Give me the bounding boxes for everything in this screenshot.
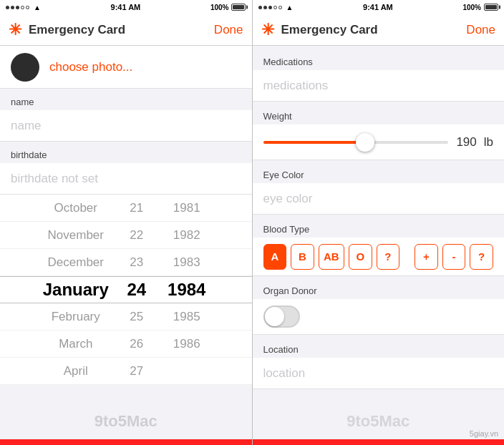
right-status-bar: ▲ 9:41 AM 100%	[253, 0, 505, 14]
blood-btn-b[interactable]: B	[291, 244, 314, 270]
picker-day-1: 22	[115, 228, 158, 243]
medications-label: Medications	[263, 57, 313, 67]
picker-day-0: 21	[115, 201, 158, 215]
picker-day-6: 27	[115, 364, 158, 378]
location-input-row[interactable]: location	[253, 358, 505, 389]
eye-color-label: Eye Color	[263, 170, 304, 180]
blood-btn-unknown[interactable]: ?	[377, 244, 400, 270]
organ-donor-label: Organ Donor	[263, 285, 317, 296]
left-bottom-bar	[0, 439, 252, 445]
left-asterisk-icon: ✳	[9, 22, 21, 38]
organ-toggle-row[interactable]	[253, 299, 505, 335]
right-signal-dots	[258, 6, 282, 9]
weight-label-row: Weight	[253, 102, 505, 124]
date-picker[interactable]: October 21 1981 November 22 1982 Decembe…	[0, 195, 252, 385]
signal-dot-5	[26, 6, 29, 9]
blood-btn-o[interactable]: O	[349, 244, 372, 270]
right-signal-dot-2	[263, 6, 267, 9]
name-input-row[interactable]: name	[0, 110, 252, 142]
right-status-left: ▲	[258, 4, 294, 11]
blood-label-row: Blood Type	[253, 215, 505, 238]
left-done-button[interactable]: Done	[214, 23, 243, 37]
signal-dot-1	[6, 6, 9, 9]
eye-color-placeholder: eye color	[263, 192, 313, 206]
picker-day-3: 24	[115, 280, 158, 300]
left-nav-bar: ✳ Emergency Card Done	[0, 14, 252, 46]
picker-row-6[interactable]: April 27	[0, 358, 252, 385]
battery-pct: 100%	[210, 4, 229, 11]
right-battery-pct: 100%	[462, 4, 481, 11]
battery-icon	[231, 4, 246, 11]
right-battery-fill	[485, 5, 497, 9]
right-bottom-bar	[253, 439, 505, 445]
birthdate-input-row[interactable]: birthdate not set	[0, 163, 252, 195]
medications-label-row: Medications	[253, 46, 505, 70]
organ-label-row: Organ Donor	[253, 276, 505, 299]
name-placeholder: name	[11, 119, 42, 133]
picker-year-5: 1986	[158, 337, 215, 351]
toggle-knob	[265, 307, 284, 326]
right-signal-dot-4	[273, 6, 277, 9]
picker-month-2: December	[37, 255, 115, 270]
blood-buttons-row: A B AB O ? + - ?	[253, 238, 505, 276]
medications-input-row[interactable]: medications	[253, 70, 505, 102]
left-time: 9:41 AM	[111, 3, 141, 11]
blood-btn-a[interactable]: A	[263, 244, 287, 270]
weight-value: 190	[455, 135, 477, 150]
right-nav-bar: ✳ Emergency Card Done	[253, 14, 505, 46]
location-placeholder: location	[263, 366, 306, 381]
status-left: ▲	[6, 4, 41, 11]
picker-row-1[interactable]: November 22 1982	[0, 222, 252, 249]
name-label-row: name	[0, 89, 252, 110]
left-status-bar: ▲ 9:41 AM 100%	[0, 0, 252, 14]
signal-dot-3	[16, 6, 19, 9]
picker-row-5[interactable]: March 26 1986	[0, 331, 252, 358]
picker-month-6: April	[37, 364, 115, 378]
right-watermark-9to5: 9to5Mac	[346, 412, 410, 431]
left-nav-title: Emergency Card	[29, 23, 207, 37]
avatar	[11, 53, 39, 82]
weight-slider-row[interactable]: 190 lb	[253, 124, 505, 160]
picker-month-4: February	[37, 310, 115, 324]
medications-placeholder: medications	[263, 79, 329, 93]
picker-month-0: October	[37, 201, 115, 215]
choose-photo-label[interactable]: choose photo...	[49, 60, 132, 74]
right-done-button[interactable]: Done	[466, 23, 495, 37]
location-label-row: Location	[253, 335, 505, 358]
right-signal-dot-5	[278, 6, 282, 9]
weight-slider-track[interactable]	[263, 141, 448, 144]
signal-dots	[6, 6, 29, 9]
picker-row-2[interactable]: December 23 1983	[0, 249, 252, 276]
photo-row[interactable]: choose photo...	[0, 46, 252, 89]
right-battery-icon	[484, 4, 498, 11]
picker-month-1: November	[37, 228, 115, 243]
weight-slider-thumb[interactable]	[356, 133, 374, 152]
picker-month-5: March	[37, 337, 115, 351]
right-wifi-icon: ▲	[286, 4, 294, 11]
right-phone-panel: ▲ 9:41 AM 100% ✳ Emergency Card Done Med…	[253, 0, 505, 445]
weight-label: Weight	[263, 111, 292, 122]
picker-day-4: 25	[115, 310, 158, 324]
right-signal-dot-3	[268, 6, 272, 9]
blood-type-label: Blood Type	[263, 224, 310, 235]
weight-unit: lb	[484, 135, 493, 150]
picker-year-1: 1982	[158, 228, 215, 243]
picker-row-0[interactable]: October 21 1981	[0, 195, 252, 222]
blood-btn-ab[interactable]: AB	[319, 244, 344, 270]
eye-input-row[interactable]: eye color	[253, 183, 505, 215]
right-watermark-5giay: 5giay.vn	[470, 429, 498, 438]
eye-label-row: Eye Color	[253, 160, 505, 183]
right-nav-title: Emergency Card	[281, 23, 460, 37]
weight-slider-fill	[263, 141, 365, 144]
picker-month-3: January	[37, 280, 115, 300]
organ-donor-toggle[interactable]	[263, 305, 300, 328]
battery-fill	[233, 5, 244, 9]
picker-row-3[interactable]: January 24 1984	[0, 276, 252, 303]
blood-btn-plus[interactable]: +	[415, 244, 438, 270]
blood-btn-minus[interactable]: -	[442, 244, 466, 270]
blood-btn-rh-unknown[interactable]: ?	[470, 244, 493, 270]
picker-row-4[interactable]: February 25 1985	[0, 303, 252, 331]
status-right: 100%	[210, 4, 246, 11]
picker-day-2: 23	[115, 255, 158, 270]
picker-year-2: 1983	[158, 255, 215, 270]
